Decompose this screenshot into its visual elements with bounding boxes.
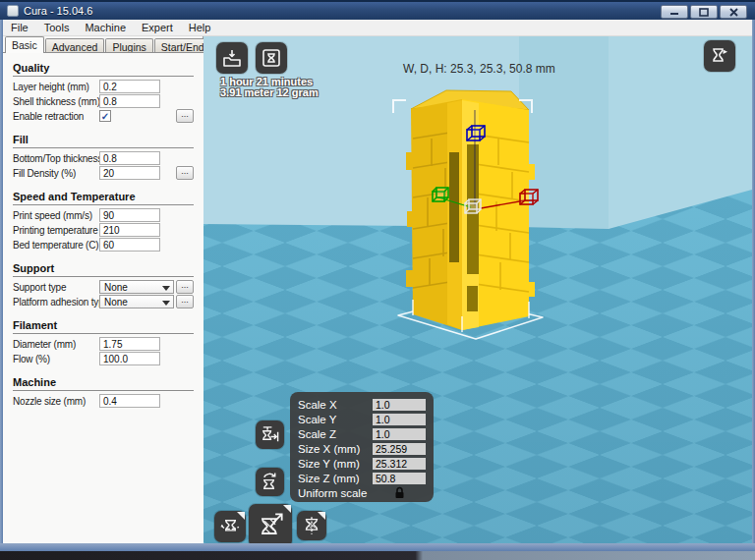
minimize-icon — [669, 8, 679, 16]
filament-flow-label: Flow (%) — [13, 354, 50, 364]
chevron-down-icon — [162, 286, 170, 291]
mirror-icon — [301, 515, 322, 536]
viewport-3d[interactable]: 1 hour 21 minutes 3.91 meter 12 gram W, … — [203, 36, 752, 543]
menu-expert[interactable]: Expert — [134, 21, 181, 34]
scale-to-max-icon — [260, 424, 280, 445]
size-z-label: Size Z (mm) — [298, 473, 373, 484]
scene-3d — [203, 36, 752, 543]
basic-tab-page: Quality Layer height (mm) Shell thicknes… — [3, 52, 203, 543]
menu-tools[interactable]: Tools — [36, 21, 78, 34]
size-z-input[interactable] — [373, 473, 426, 484]
scale-handle-center[interactable] — [465, 199, 481, 213]
reset-scale-icon — [260, 472, 280, 492]
nozzle-size-label: Nozzle size (mm) — [13, 396, 86, 407]
section-machine: Machine — [13, 373, 194, 391]
scale-z-label: Scale Z — [298, 428, 373, 440]
printing-temperature-input[interactable] — [99, 223, 160, 237]
scale-y-input[interactable] — [373, 414, 426, 425]
platform-adhesion-select[interactable]: None — [99, 295, 174, 308]
layer-height-label: Layer height (mm) — [13, 82, 89, 92]
support-settings-button[interactable]: ... — [176, 280, 194, 294]
window-border-bottom — [0, 543, 755, 551]
fill-settings-button[interactable]: ... — [176, 166, 194, 180]
fill-density-input[interactable] — [99, 166, 160, 180]
scale-icon — [255, 510, 286, 541]
tab-plugins[interactable]: Plugins — [105, 38, 152, 53]
support-type-select[interactable]: None — [99, 280, 174, 294]
scale-x-label: Scale X — [298, 399, 373, 411]
scale-handle-x[interactable] — [520, 190, 538, 204]
menu-machine[interactable]: Machine — [77, 21, 134, 34]
save-toolpath-icon — [261, 47, 282, 69]
scale-handle-z[interactable] — [467, 126, 485, 140]
layer-height-input[interactable] — [99, 80, 160, 93]
scale-y-label: Scale Y — [298, 414, 373, 425]
model-dimensions-label: W, D, H: 25.3, 25.3, 50.8 mm — [403, 62, 555, 76]
section-filament: Filament — [13, 316, 194, 334]
maximize-button[interactable] — [690, 5, 718, 19]
fill-density-label: Fill Density (%) — [13, 168, 76, 179]
shell-thickness-input[interactable] — [99, 94, 160, 108]
menubar: File Tools Machine Expert Help — [3, 20, 752, 36]
menu-file[interactable]: File — [3, 21, 36, 34]
scale-z-input[interactable] — [373, 428, 426, 440]
close-icon — [729, 8, 738, 17]
adhesion-settings-button[interactable]: ... — [176, 295, 194, 308]
nozzle-size-input[interactable] — [99, 394, 160, 408]
section-fill: Fill — [13, 131, 194, 148]
enable-retraction-checkbox[interactable]: ✓ — [99, 110, 111, 122]
uniform-scale-lock-toggle[interactable] — [373, 486, 426, 499]
retraction-settings-button[interactable]: ... — [176, 109, 194, 123]
titlebar[interactable]: Cura - 15.04.6 — [0, 0, 755, 20]
save-toolpath-button[interactable] — [256, 42, 287, 74]
section-speed-temperature: Speed and Temperature — [13, 188, 194, 205]
section-support: Support — [13, 259, 194, 277]
print-estimate: 1 hour 21 minutes 3.91 meter 12 gram — [220, 77, 319, 98]
view-mode-button[interactable] — [704, 40, 735, 72]
filament-diameter-input[interactable] — [99, 337, 160, 351]
window-slot-left — [449, 152, 459, 262]
tab-strip: Basic Advanced Plugins Start/End-GCode — [3, 36, 215, 53]
close-button[interactable] — [720, 5, 747, 19]
bed-temperature-input[interactable] — [99, 238, 160, 252]
bottom-top-thickness-input[interactable] — [99, 151, 160, 165]
print-material: 3.91 meter 12 gram — [220, 87, 319, 98]
uniform-scale-label: Uniform scale — [298, 487, 373, 499]
scale-tool-panel: Scale X Scale Y Scale Z Size X (mm) Size… — [290, 392, 434, 502]
enable-retraction-label: Enable retraction — [13, 111, 84, 122]
scale-x-input[interactable] — [373, 399, 426, 411]
minimize-button[interactable] — [661, 5, 688, 19]
platform-adhesion-value: None — [104, 297, 128, 308]
support-type-label: Support type — [13, 282, 66, 293]
rotate-icon — [219, 516, 242, 538]
reset-scale-button[interactable] — [256, 468, 284, 496]
view-mode-icon — [709, 45, 730, 67]
tab-basic[interactable]: Basic — [5, 36, 44, 53]
menu-help[interactable]: Help — [181, 21, 219, 34]
print-speed-input[interactable] — [99, 208, 160, 222]
size-y-label: Size Y (mm) — [298, 458, 373, 470]
scale-tool-button[interactable] — [249, 504, 292, 543]
rotate-tool-button[interactable] — [214, 511, 246, 542]
print-speed-label: Print speed (mm/s) — [13, 210, 92, 221]
load-model-icon — [221, 47, 243, 69]
support-type-value: None — [104, 282, 128, 293]
window-title: Cura - 15.04.6 — [24, 5, 92, 17]
cura-window: Cura - 15.04.6 File Tools Machine Expert… — [0, 0, 755, 560]
scale-to-max-button[interactable] — [256, 420, 284, 449]
filament-diameter-label: Diameter (mm) — [13, 339, 76, 350]
tab-advanced[interactable]: Advanced — [45, 38, 105, 53]
size-x-input[interactable] — [373, 443, 426, 455]
mirror-tool-button[interactable] — [297, 511, 326, 540]
window-slot-lower — [467, 286, 478, 311]
size-x-label: Size X (mm) — [298, 443, 373, 455]
maximize-icon — [699, 8, 709, 17]
load-model-button[interactable] — [216, 42, 248, 74]
section-quality: Quality — [13, 59, 194, 77]
size-y-input[interactable] — [373, 458, 426, 470]
filament-flow-input[interactable] — [99, 352, 160, 365]
scale-handle-y[interactable] — [433, 188, 448, 201]
chevron-down-icon — [162, 301, 170, 306]
shell-thickness-label: Shell thickness (mm) — [13, 96, 100, 107]
platform-adhesion-label: Platform adhesion type — [13, 297, 109, 308]
